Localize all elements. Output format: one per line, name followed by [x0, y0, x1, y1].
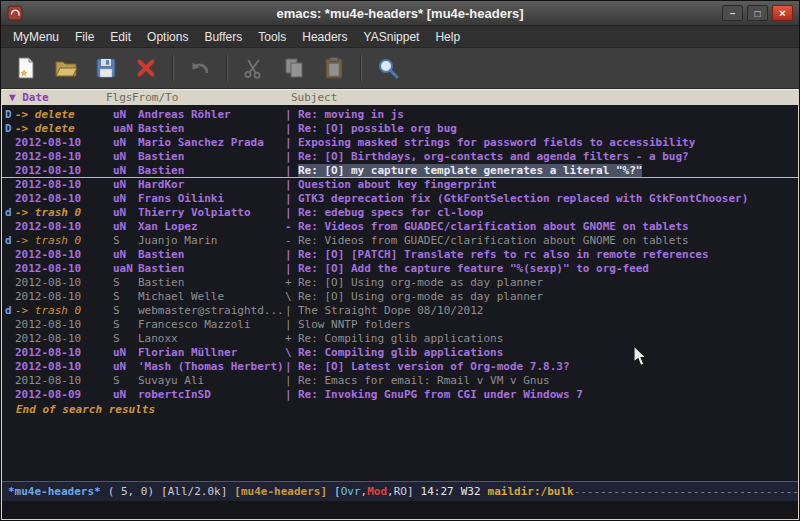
- menu-item-tools[interactable]: Tools: [250, 27, 294, 47]
- message-row[interactable]: D -> delete uaN Bastien | Re: [O] possib…: [2, 122, 798, 136]
- modeline-buffer-name: *mu4e-headers*: [8, 485, 101, 498]
- menu-bar: MyMenu File Edit Options Buffers Tools H…: [1, 26, 799, 48]
- undo-icon: [188, 56, 212, 80]
- header-column-from[interactable]: From/To: [132, 90, 278, 105]
- header-column-flags[interactable]: Flgs: [106, 90, 132, 105]
- close-button[interactable]: ×: [772, 5, 793, 21]
- message-subject: Re: Invoking GnuPG from CGI under Window…: [298, 388, 583, 402]
- message-row[interactable]: D -> delete uN Andreas Röhler | Re: movi…: [2, 108, 798, 122]
- open-file-icon: [54, 56, 78, 80]
- message-flags: S: [113, 290, 138, 304]
- header-column-date[interactable]: ▼ Date: [2, 90, 106, 105]
- maximize-button[interactable]: □: [747, 5, 768, 21]
- message-date: 2012-08-10: [15, 318, 113, 332]
- message-row[interactable]: d -> trash 0 uN Thierry Volpiatto | Re: …: [2, 206, 798, 220]
- menu-item-help[interactable]: Help: [427, 27, 468, 47]
- paste-button[interactable]: [317, 52, 351, 84]
- echo-area[interactable]: [2, 501, 798, 519]
- thread-marker: -: [285, 234, 298, 248]
- message-row[interactable]: 2012-08-10 uN Frans Oilinki | GTK3 depre…: [2, 192, 798, 206]
- message-row[interactable]: 2012-08-10 uN Bastien | Re: [O] [PATCH] …: [2, 248, 798, 262]
- message-date: 2012-08-09: [15, 388, 113, 402]
- message-flags: uN: [113, 248, 138, 262]
- message-subject: Re: Videos from GUADEC/clarification abo…: [298, 220, 689, 234]
- window-icon[interactable]: [7, 5, 23, 21]
- message-subject: Re: [O] Birthdays, org-contacts and agen…: [298, 150, 689, 164]
- thread-marker: +: [285, 276, 298, 290]
- menu-item-mymenu[interactable]: MyMenu: [5, 27, 67, 47]
- titlebar[interactable]: emacs: *mu4e-headers* [mu4e-headers] – □…: [1, 1, 799, 26]
- thread-marker: |: [285, 192, 298, 206]
- undo-button[interactable]: [183, 52, 217, 84]
- mark-prefix: [2, 262, 15, 276]
- thread-marker: |: [285, 150, 298, 164]
- message-row[interactable]: 2012-08-10 uN Mario Sanchez Prada | Expo…: [2, 136, 798, 150]
- menu-item-buffers[interactable]: Buffers: [196, 27, 250, 47]
- menu-item-file[interactable]: File: [67, 27, 102, 47]
- message-subject: Re: [O] [PATCH] Translate refs to rc als…: [298, 248, 709, 262]
- message-row[interactable]: 2012-08-09 uN robertcInSD | Re: Invoking…: [2, 388, 798, 402]
- mark-prefix: [2, 388, 15, 402]
- message-row[interactable]: 2012-08-10 uN Florian Müllner \ Re: Comp…: [2, 346, 798, 360]
- modeline-major-mode: [mu4e-headers]: [234, 485, 327, 498]
- close-buffer-button[interactable]: [129, 52, 163, 84]
- message-subject: Re: Emacs for email: Rmail v VM v Gnus: [298, 374, 550, 388]
- message-row[interactable]: 2012-08-10 uN HardKor | Question about k…: [2, 178, 798, 192]
- menu-item-options[interactable]: Options: [139, 27, 196, 47]
- message-date: 2012-08-10: [15, 136, 113, 150]
- message-row[interactable]: d -> trash 0 S webmaster@straightd... | …: [2, 304, 798, 318]
- minimize-button[interactable]: –: [722, 5, 743, 21]
- mark-prefix: [2, 276, 15, 290]
- header-line: ▼ Date Flgs From/To Subject: [2, 90, 798, 105]
- message-flags: uN: [113, 136, 138, 150]
- message-row[interactable]: 2012-08-10 S Lanoxx + Re: Compiling glib…: [2, 332, 798, 346]
- mark-prefix: d: [2, 234, 15, 248]
- message-subject: Re: [O] Using org-mode as day planner: [298, 276, 543, 290]
- message-row[interactable]: 2012-08-10 uN 'Mash (Thomas Herbert) | R…: [2, 360, 798, 374]
- message-row[interactable]: 2012-08-10 uN Bastien | Re: [O] my captu…: [2, 164, 798, 178]
- mark-prefix: D: [2, 122, 15, 136]
- message-flags: uN: [113, 360, 138, 374]
- menu-item-headers[interactable]: Headers: [294, 27, 355, 47]
- message-row[interactable]: 2012-08-10 S Suvayu Ali | Re: Emacs for …: [2, 374, 798, 388]
- message-row[interactable]: 2012-08-10 S Bastien + Re: [O] Using org…: [2, 276, 798, 290]
- message-row[interactable]: 2012-08-10 S Francesco Mazzoli | Slow NN…: [2, 318, 798, 332]
- new-file-button[interactable]: [9, 52, 43, 84]
- message-flags: S: [113, 332, 138, 346]
- message-row[interactable]: d -> trash 0 S Juanjo Marin - Re: Videos…: [2, 234, 798, 248]
- modeline-readonly-flag: RO: [394, 485, 407, 498]
- buffer-frame: ▼ Date Flgs From/To Subject D -> delete …: [1, 89, 799, 520]
- message-row[interactable]: 2012-08-10 uaN Bastien | Re: [O] Add the…: [2, 262, 798, 276]
- message-row[interactable]: 2012-08-10 S Michael Welle \ Re: [O] Usi…: [2, 290, 798, 304]
- message-flags: uN: [113, 346, 138, 360]
- mark-prefix: d: [2, 304, 15, 318]
- message-date: 2012-08-10: [15, 262, 113, 276]
- save-button[interactable]: [89, 52, 123, 84]
- thread-marker: |: [285, 178, 298, 192]
- message-from: Lanoxx: [138, 332, 285, 346]
- mark-prefix: [2, 192, 15, 206]
- modeline-position: ( 5, 0): [108, 485, 154, 498]
- message-flags: uN: [113, 178, 138, 192]
- mark-prefix: [2, 150, 15, 164]
- menu-item-yasnippet[interactable]: YASnippet: [356, 27, 428, 47]
- thread-marker: +: [285, 332, 298, 346]
- mark-prefix: [2, 318, 15, 332]
- search-button[interactable]: [371, 52, 405, 84]
- open-file-button[interactable]: [49, 52, 83, 84]
- message-row[interactable]: 2012-08-10 uN Bastien | Re: [O] Birthday…: [2, 150, 798, 164]
- message-flags: uN: [113, 108, 138, 122]
- message-from: Bastien: [138, 164, 285, 177]
- toolbar-separator: [172, 55, 174, 81]
- thread-marker: \: [285, 346, 298, 360]
- mode-line[interactable]: *mu4e-headers* ( 5, 0) [All/2.0k] [mu4e-…: [2, 481, 798, 501]
- menu-item-edit[interactable]: Edit: [102, 27, 139, 47]
- message-from: Xan Lopez: [138, 220, 285, 234]
- cut-button[interactable]: [237, 52, 271, 84]
- message-date: 2012-08-10: [15, 332, 113, 346]
- modeline-status-flags: [Ovr,Mod,RO]: [334, 485, 414, 498]
- message-from: Florian Müllner: [138, 346, 285, 360]
- message-row[interactable]: 2012-08-10 uN Xan Lopez - Re: Videos fro…: [2, 220, 798, 234]
- header-column-subject[interactable]: Subject: [291, 90, 337, 105]
- copy-button[interactable]: [277, 52, 311, 84]
